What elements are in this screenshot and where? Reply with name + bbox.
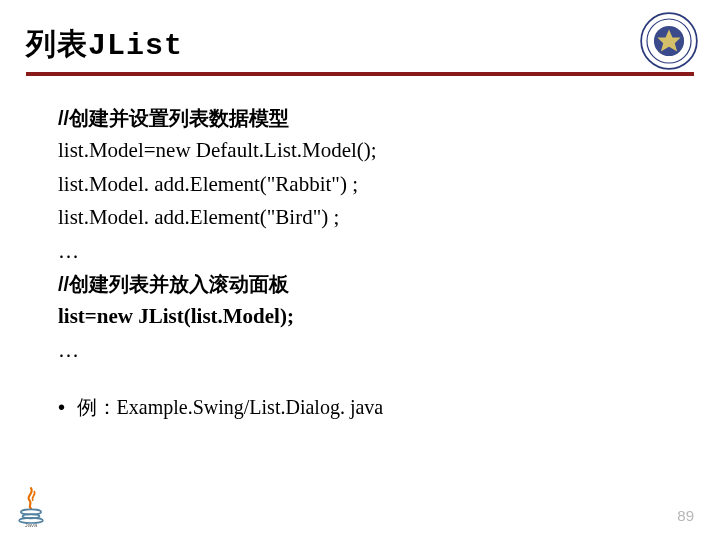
example-line: • 例：Example.Swing/List.Dialog. java — [26, 394, 694, 421]
code-line: list.Model=new Default.List.Model(); — [58, 134, 694, 168]
code-block: //创建并设置列表数据模型 list.Model=new Default.Lis… — [26, 102, 694, 368]
java-logo-icon: Java — [14, 484, 48, 528]
code-line: list.Model. add.Element("Rabbit") ; — [58, 168, 694, 202]
example-path: Example.Swing/List.Dialog. java — [117, 396, 384, 418]
ellipsis: … — [58, 334, 694, 368]
bullet-icon: • — [58, 396, 65, 418]
example-label: 例： — [77, 396, 117, 418]
comment-line: //创建列表并放入滚动面板 — [58, 268, 694, 300]
university-seal-icon — [640, 12, 698, 70]
slide: 列表JList //创建并设置列表数据模型 list.Model=new Def… — [0, 0, 720, 540]
title-row: 列表JList — [26, 18, 694, 70]
code-line: list=new JList(list.Model); — [58, 300, 694, 334]
page-number: 89 — [677, 507, 694, 524]
slide-title: 列表JList — [26, 24, 183, 65]
ellipsis: … — [58, 235, 694, 269]
comment-line: //创建并设置列表数据模型 — [58, 102, 694, 134]
svg-text:Java: Java — [25, 522, 38, 528]
title-mono: JList — [88, 29, 183, 63]
code-line: list.Model. add.Element("Bird") ; — [58, 201, 694, 235]
title-cn: 列表 — [26, 27, 88, 60]
title-rule — [26, 72, 694, 76]
